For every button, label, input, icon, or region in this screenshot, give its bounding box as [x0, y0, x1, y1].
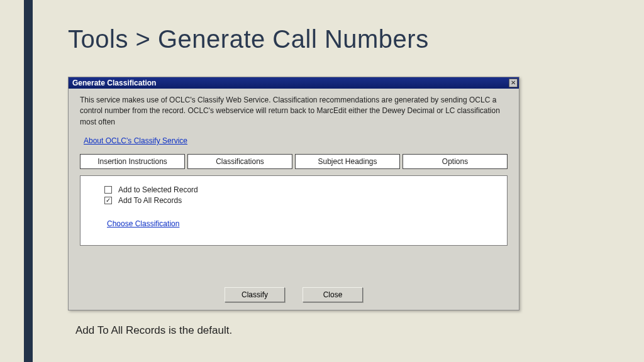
checkbox-row-all-records: Add To All Records — [104, 196, 498, 205]
generate-classification-dialog: Generate Classification ✕ This service m… — [68, 77, 519, 310]
checkbox-add-all-records[interactable] — [104, 197, 112, 204]
checkbox-label: Add To All Records — [118, 196, 182, 205]
slide-title: Tools > Generate Call Numbers — [68, 25, 429, 53]
choose-classification-link[interactable]: Choose Classification — [107, 219, 179, 228]
tab-classifications[interactable]: Classifications — [187, 154, 292, 169]
tab-options[interactable]: Options — [402, 154, 508, 169]
dialog-description: This service makes use of OCLC's Classif… — [80, 95, 508, 128]
options-panel: Add to Selected Record Add To All Record… — [80, 175, 508, 246]
slide-caption: Add To All Records is the default. — [75, 324, 232, 337]
tab-subject-headings[interactable]: Subject Headings — [295, 154, 400, 169]
classify-button[interactable]: Classify — [225, 287, 285, 302]
dialog-button-row: Classify Close — [69, 287, 519, 302]
slide-accent-bar — [24, 0, 33, 362]
dialog-titlebar[interactable]: Generate Classification ✕ — [69, 77, 519, 89]
dialog-body: This service makes use of OCLC's Classif… — [69, 89, 519, 246]
checkbox-row-selected-record: Add to Selected Record — [104, 185, 498, 194]
checkbox-label: Add to Selected Record — [118, 185, 198, 194]
about-classify-link[interactable]: About OCLC's Classify Service — [84, 136, 187, 145]
tab-insertion-instructions[interactable]: Insertion Instructions — [80, 154, 185, 169]
tab-bar: Insertion Instructions Classifications S… — [80, 154, 508, 169]
checkbox-add-selected-record[interactable] — [104, 186, 112, 194]
close-button[interactable]: Close — [303, 287, 363, 302]
dialog-title: Generate Classification — [72, 79, 156, 87]
close-icon[interactable]: ✕ — [509, 79, 518, 87]
